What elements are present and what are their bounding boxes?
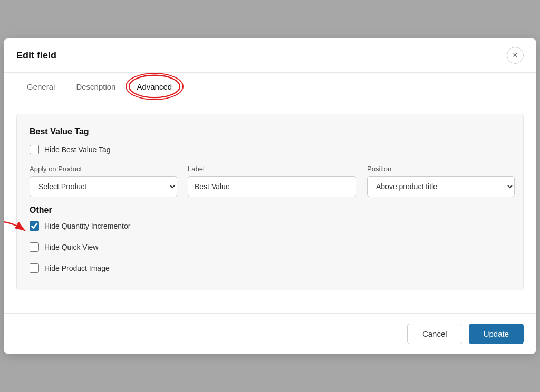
red-arrow-icon — [4, 219, 31, 238]
modal-body: Best Value Tag Hide Best Value Tag Apply… — [4, 101, 536, 313]
tab-advanced-wrapper: Advanced — [126, 73, 182, 101]
tab-general[interactable]: General — [16, 73, 65, 101]
hide-best-value-tag-label: Hide Best Value Tag — [44, 145, 111, 154]
label-group: Label — [188, 165, 356, 197]
modal: Edit field × General Description Advance… — [4, 38, 536, 354]
hide-best-value-tag-checkbox[interactable] — [30, 145, 39, 154]
hide-quick-view-row: Hide Quick View — [30, 242, 510, 252]
close-icon: × — [513, 51, 517, 60]
hide-product-image-row: Hide Product Image — [30, 263, 510, 273]
hide-best-value-tag-row: Hide Best Value Tag — [30, 145, 510, 154]
hide-quantity-incrementor-row: Hide Quantity Incrementor — [30, 221, 510, 231]
best-value-tag-title: Best Value Tag — [30, 127, 510, 136]
hide-quick-view-checkbox[interactable] — [30, 242, 39, 252]
apply-on-product-group: Apply on Product Select Product Product … — [30, 165, 177, 197]
hide-quick-view-label: Hide Quick View — [44, 243, 98, 251]
tab-description[interactable]: Description — [65, 73, 126, 101]
best-value-tag-section: Best Value Tag Hide Best Value Tag Apply… — [16, 114, 524, 290]
position-select[interactable]: Above product title Below product title … — [367, 176, 515, 197]
tabs-container: General Description Advanced — [4, 73, 536, 101]
apply-on-product-select[interactable]: Select Product Product A Product B — [30, 176, 177, 197]
hide-quantity-incrementor-label: Hide Quantity Incrementor — [44, 222, 130, 230]
hide-quantity-incrementor-checkbox[interactable] — [30, 221, 39, 231]
close-button[interactable]: × — [507, 47, 524, 64]
modal-overlay: Edit field × General Description Advance… — [0, 0, 540, 392]
apply-on-product-label: Apply on Product — [30, 165, 177, 173]
tab-advanced[interactable]: Advanced — [126, 73, 182, 101]
label-field-label: Label — [188, 165, 356, 173]
position-group: Position Above product title Below produ… — [367, 165, 515, 197]
other-title: Other — [30, 205, 510, 215]
hide-product-image-label: Hide Product Image — [44, 264, 110, 272]
label-field-input[interactable] — [188, 176, 356, 197]
modal-title: Edit field — [16, 50, 56, 61]
update-button[interactable]: Update — [469, 324, 524, 344]
other-section: Other — [30, 205, 510, 277]
fields-row: Apply on Product Select Product Product … — [30, 165, 510, 197]
other-checkboxes-group: Hide Quantity Incrementor Hide Quick Vie… — [30, 221, 510, 277]
hide-product-image-checkbox[interactable] — [30, 263, 39, 273]
cancel-button[interactable]: Cancel — [407, 324, 462, 344]
modal-header: Edit field × — [4, 38, 536, 73]
modal-footer: Cancel Update — [4, 313, 536, 354]
position-label: Position — [367, 165, 515, 173]
